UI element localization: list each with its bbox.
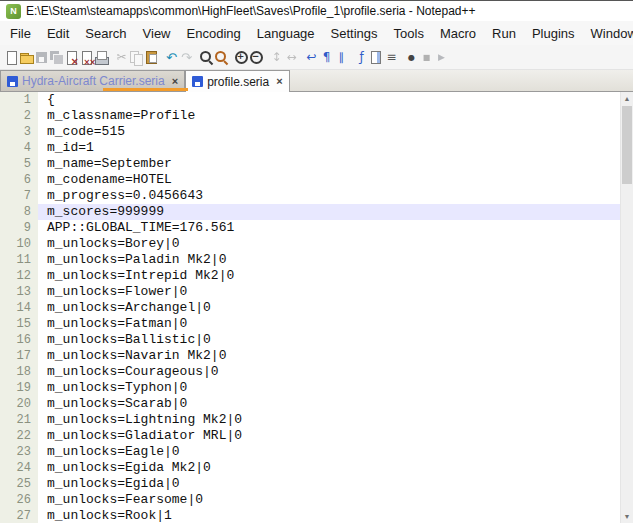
code-line[interactable]: 23m_unlocks=Eagle|0 — [0, 444, 620, 460]
bookmark-margin — [38, 492, 47, 508]
bookmark-margin — [38, 316, 47, 332]
paste-button[interactable] — [144, 47, 159, 68]
menu-settings[interactable]: Settings — [323, 21, 386, 45]
line-number: 1 — [0, 92, 38, 108]
code-line[interactable]: 24m_unlocks=Egida Mk2|0 — [0, 460, 620, 476]
redo-button[interactable]: ↷ — [179, 47, 194, 68]
code-line[interactable]: 8m_scores=999999 — [0, 204, 620, 220]
menu-search[interactable]: Search — [77, 21, 134, 45]
scroll-down-arrow-icon[interactable]: ▼ — [621, 510, 633, 523]
sync-vertical-scrolling-button[interactable]: ↕ — [269, 47, 284, 68]
code-line[interactable]: 11m_unlocks=Paladin Mk2|0 — [0, 252, 620, 268]
replace-icon — [214, 49, 229, 66]
code-line[interactable]: 15m_unlocks=Fatman|0 — [0, 316, 620, 332]
line-number: 16 — [0, 332, 38, 348]
undo-button[interactable]: ↶ — [164, 47, 179, 68]
record-macro-button[interactable]: ● — [404, 47, 419, 68]
code-line[interactable]: 3m_code=515 — [0, 124, 620, 140]
menu-run[interactable]: Run — [484, 21, 524, 45]
code-line[interactable]: 26m_unlocks=Fearsome|0 — [0, 492, 620, 508]
scrollbar-thumb[interactable] — [622, 106, 632, 184]
code-text: m_unlocks=Egida|0 — [47, 476, 620, 492]
code-line[interactable]: 5m_name=September — [0, 156, 620, 172]
code-text: m_classname=Profile — [47, 108, 620, 124]
close-document-button[interactable] — [64, 47, 79, 68]
line-number: 4 — [0, 140, 38, 156]
cut-button[interactable]: ✂ — [114, 47, 129, 68]
menu-view[interactable]: View — [135, 21, 179, 45]
code-line[interactable]: 10m_unlocks=Borey|0 — [0, 236, 620, 252]
replace-button[interactable] — [214, 47, 229, 68]
line-number: 10 — [0, 236, 38, 252]
code-line[interactable]: 12m_unlocks=Intrepid Mk2|0 — [0, 268, 620, 284]
new-file-button[interactable] — [4, 47, 19, 68]
line-number: 15 — [0, 316, 38, 332]
code-text: m_unlocks=Fearsome|0 — [47, 492, 620, 508]
code-line[interactable]: 14m_unlocks=Archangel|0 — [0, 300, 620, 316]
cut-icon: ✂ — [114, 49, 129, 66]
line-number: 3 — [0, 124, 38, 140]
code-line[interactable]: 27m_unlocks=Rook|1 — [0, 508, 620, 523]
find-button[interactable] — [199, 47, 214, 68]
zoom-out-button[interactable] — [249, 47, 264, 68]
menu-edit[interactable]: Edit — [39, 21, 77, 45]
document-list-button[interactable]: ≡ — [384, 47, 399, 68]
line-number: 5 — [0, 156, 38, 172]
code-line[interactable]: 22m_unlocks=Gladiator MRL|0 — [0, 428, 620, 444]
menu-plugins[interactable]: Plugins — [524, 21, 583, 45]
function-list-button[interactable]: ƒ — [354, 47, 369, 68]
document-map-button[interactable] — [369, 47, 384, 68]
menu-macro[interactable]: Macro — [432, 21, 484, 45]
code-line[interactable]: 13m_unlocks=Flower|0 — [0, 284, 620, 300]
code-line[interactable]: 4m_id=1 — [0, 140, 620, 156]
show-all-characters-button[interactable]: ¶ — [319, 47, 334, 68]
scroll-up-arrow-icon[interactable]: ▲ — [621, 92, 633, 105]
sync-horizontal-scrolling-button[interactable]: ↔ — [284, 47, 299, 68]
zoom-in-button[interactable] — [234, 47, 249, 68]
copy-button[interactable] — [129, 47, 144, 68]
code-line[interactable]: 25m_unlocks=Egida|0 — [0, 476, 620, 492]
code-line[interactable]: 1{ — [0, 92, 620, 108]
code-line[interactable]: 18m_unlocks=Courageous|0 — [0, 364, 620, 380]
save-all-button[interactable] — [49, 47, 64, 68]
bookmark-margin — [38, 332, 47, 348]
bookmark-margin — [38, 364, 47, 380]
code-line[interactable]: 19m_unlocks=Typhon|0 — [0, 380, 620, 396]
code-line[interactable]: 17m_unlocks=Navarin Mk2|0 — [0, 348, 620, 364]
play-macro-button[interactable]: ▶ — [434, 47, 449, 68]
menu-language[interactable]: Language — [249, 21, 323, 45]
tab-hydra-aircraft-carrier-seria-close-icon[interactable]: × — [172, 76, 178, 87]
code-line[interactable]: 7m_progress=0.0456643 — [0, 188, 620, 204]
vertical-scrollbar[interactable]: ▲ ▼ — [620, 92, 633, 523]
tab-hydra-aircraft-carrier-seria-label: Hydra-Aircraft Carrier.seria — [22, 74, 165, 88]
code-text: m_unlocks=Courageous|0 — [47, 364, 620, 380]
save-button[interactable] — [34, 47, 49, 68]
code-line[interactable]: 6m_codename=HOTEL — [0, 172, 620, 188]
word-wrap-button[interactable]: ↩ — [304, 47, 319, 68]
menu-file[interactable]: File — [2, 21, 39, 45]
print-icon — [94, 49, 109, 66]
code-text: { — [47, 92, 620, 108]
print-button[interactable] — [94, 47, 109, 68]
code-line[interactable]: 2m_classname=Profile — [0, 108, 620, 124]
code-line[interactable]: 20m_unlocks=Scarab|0 — [0, 396, 620, 412]
indent-guide-icon: ∥ — [334, 49, 349, 66]
editor[interactable]: 1{2m_classname=Profile3m_code=5154m_id=1… — [0, 92, 620, 523]
tab-profile-seria[interactable]: profile.seria× — [185, 70, 289, 92]
tab-profile-seria-close-icon[interactable]: × — [276, 76, 282, 87]
code-line[interactable]: 9APP::GLOBAL_TIME=176.561 — [0, 220, 620, 236]
bookmark-margin — [38, 172, 47, 188]
code-line[interactable]: 21m_unlocks=Lightning Mk2|0 — [0, 412, 620, 428]
close-document-icon — [64, 49, 79, 66]
menu-window[interactable]: Window — [583, 21, 633, 45]
code-text: m_scores=999999 — [47, 204, 620, 220]
code-text: m_unlocks=Egida Mk2|0 — [47, 460, 620, 476]
document-list-icon: ≡ — [384, 49, 399, 66]
stop-macro-button[interactable]: ■ — [419, 47, 434, 68]
close-all-documents-button[interactable] — [79, 47, 94, 68]
code-line[interactable]: 16m_unlocks=Ballistic|0 — [0, 332, 620, 348]
menu-tools[interactable]: Tools — [386, 21, 432, 45]
menu-encoding[interactable]: Encoding — [179, 21, 249, 45]
open-folder-button[interactable] — [19, 47, 34, 68]
indent-guide-button[interactable]: ∥ — [334, 47, 349, 68]
